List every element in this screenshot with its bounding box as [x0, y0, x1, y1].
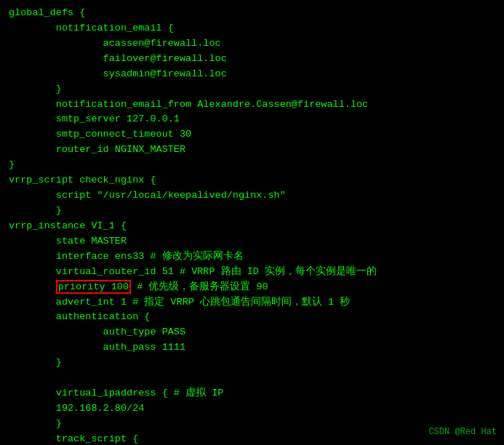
code-line: notification_email_from Alexandre.Cassen…: [9, 97, 495, 113]
code-line: track_script {: [9, 432, 495, 445]
code-line: }: [9, 356, 495, 371]
code-line: priority 100 # 优先级，备服务器设置 90: [9, 280, 495, 295]
code-line: virtual_ipaddress { # 虚拟 IP: [9, 386, 495, 401]
code-line: smtp_connect_timeout 30: [9, 127, 495, 143]
code-line: vrrp_script check_nginx {: [9, 173, 495, 188]
code-line: }: [9, 417, 495, 432]
code-line: vrrp_instance VI_1 {: [9, 219, 495, 234]
watermark: CSDN @Red Hat: [428, 425, 497, 439]
code-line: advert_int 1 # 指定 VRRP 心跳包通告间隔时间，默认 1 秒: [9, 295, 495, 310]
code-line: auth_type PASS: [9, 325, 495, 340]
code-line: }: [9, 158, 495, 173]
code-line: 192.168.2.80/24: [9, 401, 495, 417]
code-line: }: [9, 82, 495, 97]
code-line: auth_pass 1111: [9, 340, 495, 356]
code-line: sysadmin@firewall.loc: [9, 67, 495, 82]
code-line: virtual_router_id 51 # VRRP 路由 ID 实例，每个实…: [9, 265, 495, 280]
code-line: interface ens33 # 修改为实际网卡名: [9, 249, 495, 265]
code-line: smtp_server 127.0.0.1: [9, 112, 495, 127]
code-line: script "/usr/local/keepalived/nginx.sh": [9, 188, 495, 204]
code-line: authentication {: [9, 310, 495, 325]
code-line: }: [9, 204, 495, 219]
code-line: failover@firewall.loc: [9, 52, 495, 67]
code-line: state MASTER: [9, 234, 495, 249]
code-block: global_defs { notification_email { acass…: [0, 0, 504, 445]
code-line: notification_email {: [9, 21, 495, 36]
highlighted-text: priority 100: [56, 280, 131, 294]
code-line: acassen@firewall.loc: [9, 36, 495, 52]
code-line: global_defs {: [9, 6, 495, 21]
code-line: router_id NGINX_MASTER: [9, 143, 495, 158]
code-line: [9, 371, 495, 386]
